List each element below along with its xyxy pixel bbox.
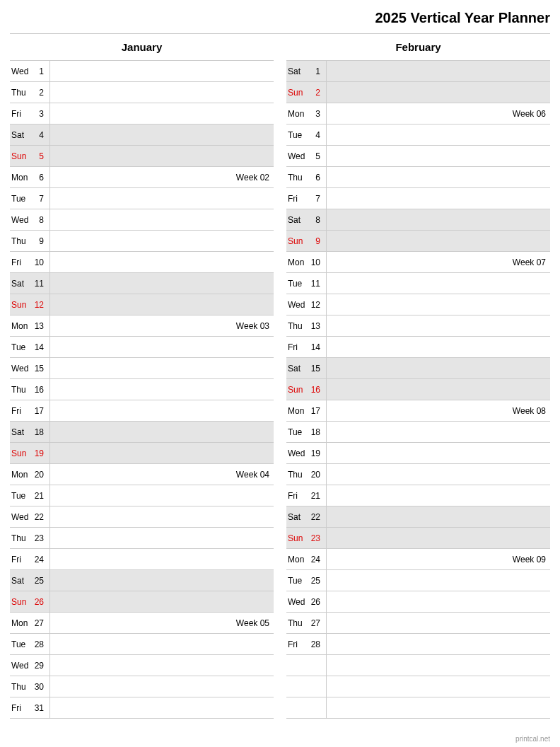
day-of-week: Mon [286,109,306,119]
day-number: 2 [30,88,45,98]
day-number: 8 [306,215,322,225]
day-row: Thu23 [10,528,274,549]
day-number: 1 [306,66,322,76]
day-number: 29 [30,661,45,671]
day-note: Week 07 [326,252,550,272]
day-row: Fri7 [286,188,550,209]
day-row: Thu30 [10,676,274,697]
day-number: 4 [306,130,322,140]
day-note [49,485,274,506]
day-of-week: Fri [10,109,30,119]
day-row: Wed19 [286,443,550,464]
day-of-week: Wed [10,66,30,76]
day-note [49,379,274,400]
day-number: 4 [30,130,45,140]
day-row: Thu20 [286,464,550,485]
day-number: 14 [306,342,322,352]
day-row: Sat4 [10,124,274,146]
day-note [49,82,274,103]
month-column: FebruarySat1Sun2Mon3Week 06Tue4Wed5Thu6F… [286,34,550,719]
day-row: Sat25 [10,570,274,591]
day-of-week: Wed [10,661,30,671]
day-note [326,570,550,591]
day-note [49,358,274,378]
day-row: Tue7 [10,188,274,209]
day-row: Sun16 [286,379,550,400]
day-row: Thu13 [286,315,550,337]
day-number: 24 [30,555,45,564]
day-note [49,61,274,81]
day-of-week: Wed [286,151,306,161]
day-note [49,570,274,591]
day-number: 18 [30,427,45,437]
day-number: 21 [306,491,322,501]
day-row: Fri28 [286,634,550,655]
day-of-week: Sun [286,533,306,543]
day-of-week: Thu [10,533,30,543]
day-note: Week 06 [326,103,550,124]
day-note [326,613,550,633]
day-row: Tue18 [286,422,550,443]
month-column: JanuaryWed1Thu2Fri3Sat4Sun5Mon6Week 02Tu… [10,34,274,719]
day-row: Sun26 [10,591,274,613]
day-number: 15 [306,364,322,374]
day-row: Mon27Week 05 [10,613,274,634]
day-of-week: Thu [286,321,306,331]
day-number: 20 [306,470,322,480]
day-row: Mon13Week 03 [10,315,274,337]
day-number: 26 [306,597,322,607]
day-number: 14 [30,342,45,352]
day-of-week: Sun [10,597,30,607]
day-of-week: Sun [286,385,306,395]
day-of-week: Mon [286,257,306,267]
day-row: Wed5 [286,146,550,167]
day-number: 7 [30,194,45,204]
day-row: Fri24 [10,549,274,570]
day-note [49,528,274,548]
day-row: Tue21 [10,485,274,506]
day-note [49,273,274,294]
day-number: 12 [30,300,45,310]
day-number: 8 [30,215,45,225]
day-row: Tue11 [286,273,550,294]
day-of-week: Wed [10,215,30,225]
day-row: Mon17Week 08 [286,400,550,422]
day-number: 11 [30,279,45,289]
day-of-week: Tue [10,342,30,352]
day-number: 10 [30,257,45,267]
day-row: Sun9 [286,231,550,252]
day-of-week: Tue [286,130,306,140]
day-number: 22 [30,512,45,522]
day-row: Fri31 [10,697,274,719]
day-row: Sat11 [10,273,274,294]
day-note [326,209,550,230]
day-number: 23 [306,533,322,543]
day-of-week: Fri [10,406,30,416]
day-row: Wed29 [10,655,274,676]
day-note [326,506,550,527]
day-note [49,146,274,166]
day-number: 5 [306,151,322,161]
day-row: Thu6 [286,167,550,188]
day-note [49,400,274,421]
day-row: Mon20Week 04 [10,464,274,485]
day-note [326,82,550,103]
day-number: 6 [30,173,45,183]
day-of-week: Sun [286,88,306,98]
day-row: Fri10 [10,252,274,273]
day-of-week: Tue [286,279,306,289]
day-number: 30 [30,682,45,692]
day-note [326,358,550,378]
day-of-week: Sat [286,512,306,522]
day-of-week: Mon [286,406,306,416]
day-row: Thu16 [10,379,274,400]
month-header: February [286,34,550,61]
day-note [49,294,274,315]
day-of-week: Sat [10,576,30,586]
day-note [326,188,550,209]
day-number: 18 [306,427,322,437]
day-of-week: Sat [286,66,306,76]
day-note [326,591,550,612]
day-number: 11 [306,279,322,289]
day-number: 1 [30,66,45,76]
